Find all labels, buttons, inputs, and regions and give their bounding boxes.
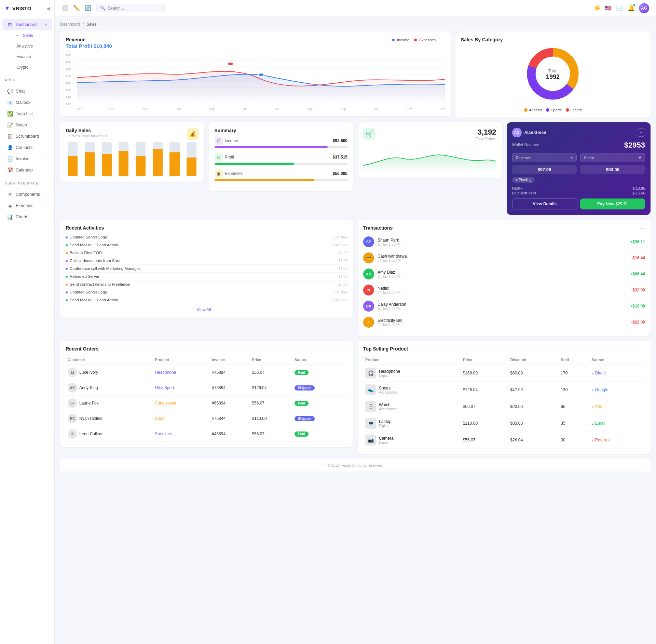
components-label: Components (16, 192, 40, 197)
bar-top (153, 142, 163, 149)
transaction-item: ⚡ Electricity Bill 04 Jan 1:00PM -$22.00 (363, 314, 645, 330)
sidebar-item-mailbox[interactable]: 📧 Mailbox (2, 97, 52, 108)
wallet-spent-select[interactable]: Spent ∨ (580, 153, 645, 162)
sales-category-title: Sales By Category (461, 37, 645, 42)
refresh-icon[interactable]: 🔄 (85, 5, 92, 11)
wallet-items: Netflix $ 13.85 BlueHost VPN $ 15.66 (512, 186, 645, 195)
customer-cell: AK Andy King (66, 380, 153, 396)
transaction-item: DA Daisy Anderson 10 Jan 1:00PM +$10.08 (363, 298, 645, 314)
dashboard-label: Dashboard (16, 22, 37, 27)
wallet-balance-row: Wallet Balance $2953 (512, 141, 645, 150)
activity-item: Send Mail to HR and Admin 2 min ago (66, 296, 347, 304)
revenue-title: Revenue (66, 37, 112, 42)
transactions-more-btn[interactable]: ··· (641, 225, 645, 231)
invoice-label: Invoice (16, 156, 29, 161)
sidebar-item-contacts[interactable]: 👤 Contacts (2, 142, 52, 153)
table-row: 💻 Laptop Digital $110.00 $33.00 35 ⟁ Ema… (363, 415, 645, 432)
sidebar-item-notes[interactable]: 📝 Notes (2, 120, 52, 131)
mail-btn[interactable]: ✉️ (616, 4, 623, 12)
activity-dot (66, 284, 68, 286)
wallet-add-btn[interactable]: + (637, 128, 645, 137)
source-cell: ⟁ Referral (589, 432, 645, 449)
status-cell: Shipped (292, 411, 347, 426)
sidebar-item-analytics[interactable]: Analytics (12, 41, 52, 51)
sidebar-item-charts[interactable]: 📊 Charts (2, 211, 52, 222)
activity-item: Send Mail to HR and Admin 2 min ago (66, 241, 347, 249)
profit-value: $37,515 (333, 155, 347, 160)
recent-orders-table: Customer Product Invoice Price Status LI… (66, 355, 347, 442)
svg-text:1992: 1992 (546, 73, 560, 80)
sidebar-item-scrumboard[interactable]: 📋 Scrumboard (2, 131, 52, 142)
activity-time: 14:00 (339, 251, 347, 255)
product-link[interactable]: Speakers (155, 431, 172, 436)
transactions-list: SP Shaun Park 10 Jan 1:00PM +$36.11💳 Cas… (363, 234, 645, 330)
sidebar-logo: ▼ VRISTO ◀ (0, 0, 54, 17)
selling-table-body: 🎧 Headphone Digital $168.09 $60.09 170 ⟁… (363, 365, 645, 449)
table-row: LF Laurie Fox Sunglasses #66894 $56.07 P… (66, 396, 347, 411)
summary-more-btn[interactable]: ··· (343, 128, 347, 134)
daily-sales-title: Daily Sales (66, 128, 199, 133)
table-row: IC Irene Collins Speakers #46894 $56.07 … (66, 426, 347, 442)
language-btn[interactable]: 🇺🇸 (605, 5, 612, 11)
wallet-received-select[interactable]: Received ∧ (512, 153, 577, 162)
charts-label: Charts (16, 215, 28, 219)
recent-orders-card: Recent Orders Customer Product Invoice P… (60, 341, 353, 447)
search-input[interactable] (108, 6, 155, 11)
revenue-card: Revenue Total Profit $10,840 Income Expe… (60, 31, 451, 116)
tx-name: Daisy Anderson (378, 302, 627, 307)
orders-value: 3,192 (476, 128, 496, 137)
ui-section: ⚛ Components › ◈ Elements › 📊 Charts (0, 187, 54, 225)
sold-cell: 35 (559, 415, 589, 432)
product-link[interactable]: Sunglasses (155, 401, 176, 406)
tx-amount: +$36.11 (630, 239, 645, 244)
sidebar-item-chat[interactable]: 💬 Chat (2, 86, 52, 97)
donut-legend: Apparel Sports Others (524, 108, 582, 112)
profit-label: ◎ Profit (215, 153, 234, 161)
chat-icon: 💬 (7, 88, 13, 94)
sidebar-item-dashboard[interactable]: ⊞ Dashboard ▼ (2, 19, 52, 30)
main-area: ⬜ ✏️ 🔄 🔍 ☀️ 🇺🇸 ✉️ 🔔 AG Dashboard / Sales (55, 0, 656, 644)
user-avatar[interactable]: AG (639, 3, 649, 13)
sidebar-item-invoice[interactable]: 🧾 Invoice › (2, 153, 52, 164)
source-cell: ⟁ Direct (589, 365, 645, 382)
sidebar-item-calendar[interactable]: 📅 Calendar (2, 165, 52, 176)
sidebar-item-components[interactable]: ⚛ Components › (2, 189, 52, 200)
footer-text: © 2023. Vristo All rights reserved. (328, 463, 383, 467)
browser-icon[interactable]: ⬜ (62, 5, 68, 11)
status-badge: Paid (295, 370, 309, 375)
bar-group (134, 142, 148, 176)
customer-wrap: LF Laurie Fox (68, 398, 151, 408)
spent-arrow: ∨ (639, 155, 641, 160)
sidebar-item-elements[interactable]: ◈ Elements › (2, 200, 52, 211)
sidebar-item-sales[interactable]: Sales (12, 30, 52, 41)
sidebar-item-crypto[interactable]: Crypto (12, 62, 52, 72)
product-name-cell: 📷 Camera Digital (363, 432, 461, 449)
wallet-pay-btn[interactable]: Pay Now $29.51 (580, 198, 645, 209)
edit-icon[interactable]: ✏️ (73, 5, 80, 11)
theme-toggle-btn[interactable]: ☀️ (594, 5, 601, 11)
product-name-cell: ⌚ Watch Accessories (363, 398, 461, 415)
tx-info: Cash withdrawal 04 Jan 1:00PM (378, 254, 628, 262)
revenue-more-btn[interactable]: ··· (440, 37, 445, 43)
sidebar-collapse-btn[interactable]: ◀ (46, 6, 50, 11)
sidebar-item-todo[interactable]: ✅ Todo List (2, 108, 52, 119)
product-link[interactable]: Nike Sport (155, 385, 174, 390)
notes-icon: 📝 (7, 122, 13, 128)
analytics-label: Analytics (16, 44, 33, 49)
bar-top (119, 142, 128, 151)
product-link[interactable]: Headphone (155, 370, 176, 375)
product-link[interactable]: Sport (155, 416, 165, 421)
invoice-cell: #76894 (210, 380, 250, 396)
bc-dashboard[interactable]: Dashboard (60, 22, 80, 27)
topbar-right: ☀️ 🇺🇸 ✉️ 🔔 AG (594, 3, 649, 13)
notification-btn[interactable]: 🔔 (627, 4, 635, 12)
view-all-btn[interactable]: View All → (66, 307, 347, 312)
finance-label: Finance (16, 54, 31, 59)
tx-date: 04 Jan 1:00PM (378, 323, 628, 327)
invoice-cell: #46894 (210, 365, 250, 380)
activity-text: Send contract details to Freelancer (70, 282, 337, 286)
product-info: Laptop Digital (379, 419, 392, 428)
wallet-details-btn[interactable]: View Details (512, 198, 578, 209)
sidebar-item-finance[interactable]: Finance (12, 52, 52, 62)
price-cell: $56.07 (250, 396, 292, 411)
